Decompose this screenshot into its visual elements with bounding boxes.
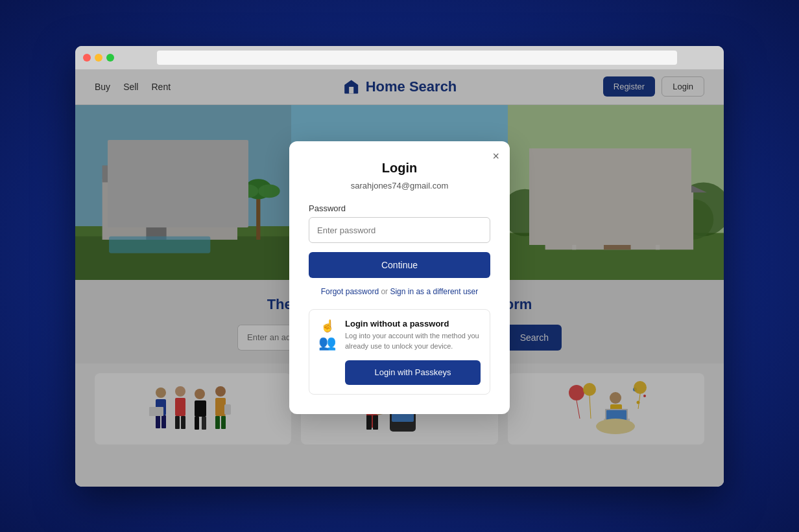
modal-email: sarahjones74@gmail.com bbox=[309, 181, 490, 191]
modal-overlay[interactable]: × Login sarahjones74@gmail.com Password … bbox=[75, 69, 724, 487]
forgot-password-link[interactable]: Forgot password bbox=[321, 287, 379, 296]
address-bar[interactable] bbox=[157, 51, 677, 65]
passkey-icons: ☝ 👥 bbox=[318, 319, 336, 351]
password-label: Password bbox=[309, 203, 490, 213]
passkey-text-block: Login without a password Log into your a… bbox=[345, 319, 481, 385]
passkey-button[interactable]: Login with Passkeys bbox=[345, 360, 481, 385]
passkey-title: Login without a password bbox=[345, 319, 481, 329]
continue-button[interactable]: Continue bbox=[309, 252, 490, 278]
modal-links: Forgot password or Sign in as a differen… bbox=[309, 287, 490, 296]
website-content: Buy Sell Rent Home Search Register Login bbox=[75, 69, 724, 487]
traffic-light-close[interactable] bbox=[83, 54, 91, 62]
sign-in-different-link[interactable]: Sign in as a different user bbox=[390, 287, 478, 296]
or-text: or bbox=[381, 287, 390, 296]
browser-window: Buy Sell Rent Home Search Register Login bbox=[75, 46, 724, 487]
password-input[interactable] bbox=[309, 217, 490, 243]
people-group-icon: 👥 bbox=[318, 334, 336, 351]
modal-title: Login bbox=[309, 161, 490, 176]
login-modal: × Login sarahjones74@gmail.com Password … bbox=[289, 141, 510, 414]
traffic-light-minimize[interactable] bbox=[95, 54, 102, 62]
finger-scan-icon: ☝ bbox=[320, 319, 335, 333]
passkey-description: Log into your account with the method yo… bbox=[345, 331, 481, 351]
modal-close-button[interactable]: × bbox=[492, 150, 499, 162]
passkey-section: ☝ 👥 Login without a password Log into yo… bbox=[309, 309, 490, 395]
traffic-light-maximize[interactable] bbox=[106, 54, 114, 62]
browser-titlebar bbox=[75, 46, 724, 69]
